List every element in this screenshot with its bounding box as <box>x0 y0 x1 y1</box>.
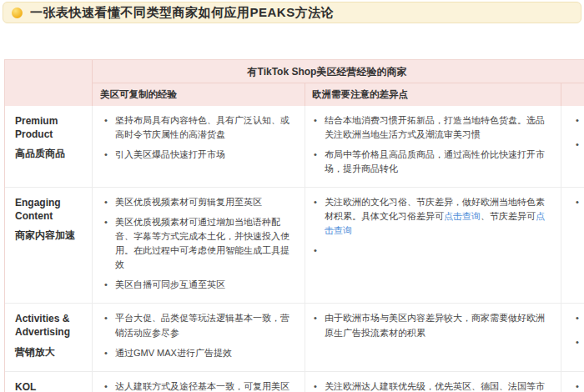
offscreen-item <box>574 195 584 205</box>
column-header-us: 美区可复制的经验 <box>93 83 305 106</box>
row-label-en: KOL Collaboration <box>15 381 87 392</box>
offscreen-cell <box>561 304 584 370</box>
us-item: 达人建联方式及途径基本一致，可复用美区达人合作SOP在新市场快速积累达人合作库 <box>103 379 295 392</box>
eu-list: 结合本地消费习惯开拓新品，打造当地特色货盘。选品关注欧洲当地生活方式及潮流审美习… <box>312 113 552 176</box>
table-header: 有TikTok Shop美区经营经验的商家 美区可复制的经验 欧洲需要注意的差异… <box>5 60 584 106</box>
us-experience-cell: 平台大促、品类促等玩法逻辑基本一致，营销活动应参尽参通过GMV MAX进行广告提… <box>93 304 305 370</box>
offscreen-cell <box>561 188 584 303</box>
eu-list: 由于欧洲市场与美区内容差异较大，商家需要做好欧洲原生广告投流素材的积累 <box>312 311 552 339</box>
bullet-text: 平台大促、品类促等玩法逻辑基本一致，营销活动应参尽参 <box>115 313 289 337</box>
us-item: 美区优质视频素材可剪辑复用至英区 <box>103 195 295 209</box>
us-list: 平台大促、品类促等玩法逻辑基本一致，营销活动应参尽参通过GMV MAX进行广告提… <box>103 311 295 359</box>
eu-item: 由于欧洲市场与美区内容差异较大，商家需要做好欧洲原生广告投流素材的积累 <box>312 311 552 339</box>
title-bar: 一张表快速看懂不同类型商家如何应用PEAKS方法论 <box>3 2 581 23</box>
sub-headers: 美区可复制的经验 欧洲需要注意的差异点 <box>93 83 584 106</box>
table-row: KOL Collaboration达人内容放量达人建联方式及途径基本一致，可复用… <box>5 372 584 392</box>
bullet-text: 达人建联方式及途径基本一致，可复用美区达人合作SOP在新市场快速积累达人合作库 <box>115 381 290 392</box>
eu-difference-cell: 结合本地消费习惯开拓新品，打造当地特色货盘。选品关注欧洲当地生活方式及潮流审美习… <box>305 106 561 187</box>
row-label-zh: 高品质商品 <box>15 148 87 161</box>
bullet-text: 由于欧洲市场与美区内容差异较大，商家需要做好欧洲原生广告投流素材的积累 <box>325 313 545 337</box>
us-list: 坚持布局具有内容特色、具有广泛认知、或高时令节庆属性的高潜货盘引入美区爆品快速打… <box>103 113 295 162</box>
column-header-eu: 欧洲需要注意的差异点 <box>305 83 561 106</box>
eu-item <box>312 244 552 254</box>
column-header-offscreen <box>561 83 584 106</box>
table-row: Engaging Content商家内容加速美区优质视频素材可剪辑复用至英区美区… <box>5 188 584 304</box>
offscreen-item <box>574 311 584 321</box>
bullet-text: 布局中等价格且高品质商品，通过高性价比快速打开市场，提升商品转化 <box>325 149 545 173</box>
eu-list: 关注欧洲的文化习俗、节庆差异，做好欧洲当地特色素材积累。具体文化习俗差异可点击查… <box>312 195 552 254</box>
row-label-zh: 商家内容加速 <box>15 229 87 243</box>
table-row: Activities & Advertising营销放大平台大促、品类促等玩法逻… <box>5 304 584 371</box>
offscreen-list <box>574 379 584 392</box>
eu-difference-cell: 由于欧洲市场与美区内容差异较大，商家需要做好欧洲原生广告投流素材的积累 <box>305 304 561 370</box>
offscreen-item <box>574 138 584 148</box>
eu-item: 关注欧洲达人建联优先级，优先英区、德国、法国等市场 <box>312 379 552 392</box>
bullet-text: 美区自播可同步互通至英区 <box>115 279 225 289</box>
page-title: 一张表快速看懂不同类型商家如何应用PEAKS方法论 <box>30 5 334 21</box>
us-experience-cell: 美区优质视频素材可剪辑复用至英区美区优质视频素材可通过增加当地语种配音、字幕等方… <box>93 188 305 303</box>
eu-list: 关注欧洲达人建联优先级，优先英区、德国、法国等市场 <box>312 379 552 392</box>
bullet-text: 美区优质视频素材可通过增加当地语种配音、字幕等方式完成本土化，并快速投入使用。在… <box>115 217 289 269</box>
eu-difference-cell: 关注欧洲达人建联优先级，优先英区、德国、法国等市场 <box>305 372 561 392</box>
row-label-en: Activities & Advertising <box>15 313 87 339</box>
table-body: Premium Product高品质商品坚持布局具有内容特色、具有广泛认知、或高… <box>5 106 584 392</box>
row-label-zh: 营销放大 <box>15 346 87 359</box>
row-label-en: Engaging Content <box>15 197 87 223</box>
bullet-text: 关注欧洲达人建联优先级，优先英区、德国、法国等市场 <box>325 381 545 392</box>
offscreen-cell <box>561 372 584 392</box>
row-label: Activities & Advertising营销放大 <box>5 304 93 370</box>
offscreen-list <box>574 113 584 148</box>
us-item: 平台大促、品类促等玩法逻辑基本一致，营销活动应参尽参 <box>103 311 295 339</box>
offscreen-item <box>574 335 584 345</box>
us-item: 美区优质视频素材可通过增加当地语种配音、字幕等方式完成本土化，并快速投入使用。在… <box>103 215 295 272</box>
eu-item: 结合本地消费习惯开拓新品，打造当地特色货盘。选品关注欧洲当地生活方式及潮流审美习… <box>312 113 552 142</box>
header-right: 有TikTok Shop美区经营经验的商家 美区可复制的经验 欧洲需要注意的差异… <box>93 60 584 106</box>
spark-icon <box>12 8 23 18</box>
us-item: 引入美区爆品快速打开市场 <box>103 148 295 162</box>
us-item: 通过GMV MAX进行广告提效 <box>103 346 295 360</box>
offscreen-list <box>574 195 584 205</box>
peaks-table: 有TikTok Shop美区经营经验的商家 美区可复制的经验 欧洲需要注意的差异… <box>4 59 584 392</box>
us-list: 达人建联方式及途径基本一致，可复用美区达人合作SOP在新市场快速积累达人合作库 <box>103 379 295 392</box>
eu-difference-cell: 关注欧洲的文化习俗、节庆差异，做好欧洲当地特色素材积累。具体文化习俗差异可点击查… <box>305 188 561 303</box>
us-experience-cell: 坚持布局具有内容特色、具有广泛认知、或高时令节庆属性的高潜货盘引入美区爆品快速打… <box>93 106 305 187</box>
offscreen-list <box>574 311 584 345</box>
row-label: Engaging Content商家内容加速 <box>5 188 93 303</box>
table-row: Premium Product高品质商品坚持布局具有内容特色、具有广泛认知、或高… <box>5 106 584 188</box>
bullet-text: 、节庆差异可 <box>481 211 536 221</box>
eu-item: 关注欧洲的文化习俗、节庆差异，做好欧洲当地特色素材积累。具体文化习俗差异可点击查… <box>312 195 552 238</box>
row-label-en: Premium Product <box>15 115 87 141</box>
bullet-text: 通过GMV MAX进行广告提效 <box>115 348 232 358</box>
offscreen-cell <box>561 106 584 187</box>
us-list: 美区优质视频素材可剪辑复用至英区美区优质视频素材可通过增加当地语种配音、字幕等方… <box>103 195 295 292</box>
bullet-text: 坚持布局具有内容特色、具有广泛认知、或高时令节庆属性的高潜货盘 <box>115 115 289 139</box>
us-experience-cell: 达人建联方式及途径基本一致，可复用美区达人合作SOP在新市场快速积累达人合作库 <box>93 372 305 392</box>
eu-item: 布局中等价格且高品质商品，通过高性价比快速打开市场，提升商品转化 <box>312 148 552 176</box>
bullet-text: 引入美区爆品快速打开市场 <box>115 149 225 159</box>
row-label: KOL Collaboration达人内容放量 <box>5 372 93 392</box>
us-item: 坚持布局具有内容特色、具有广泛认知、或高时令节庆属性的高潜货盘 <box>103 113 295 142</box>
us-item: 美区自播可同步互通至英区 <box>103 278 295 292</box>
corner-cell <box>5 60 93 106</box>
offscreen-item <box>574 113 584 123</box>
click-to-check-link[interactable]: 点击查询 <box>444 211 481 221</box>
row-label: Premium Product高品质商品 <box>5 106 93 187</box>
bullet-text: 美区优质视频素材可剪辑复用至英区 <box>115 197 262 207</box>
bullet-text: 结合本地消费习惯开拓新品，打造当地特色货盘。选品关注欧洲当地生活方式及潮流审美习… <box>325 115 545 139</box>
table-top-header: 有TikTok Shop美区经营经验的商家 <box>93 60 584 83</box>
offscreen-item <box>574 379 584 389</box>
